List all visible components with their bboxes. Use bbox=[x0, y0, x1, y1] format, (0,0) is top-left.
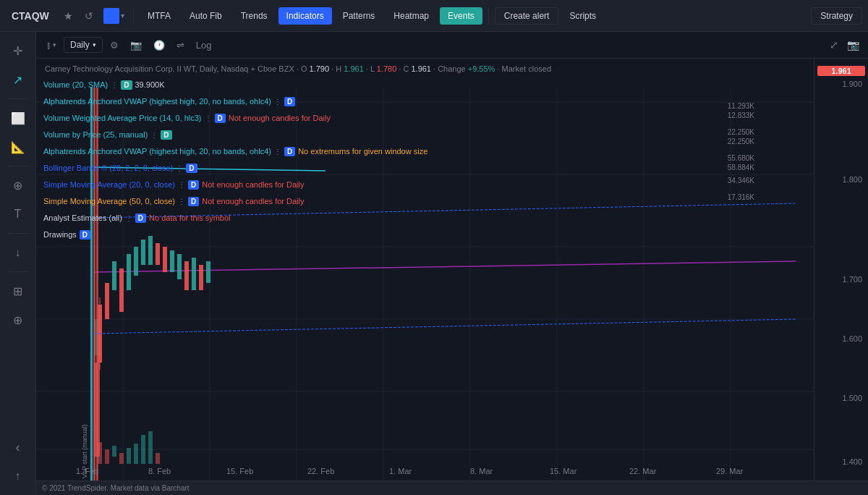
settings-tool[interactable]: ‹ bbox=[5, 434, 31, 460]
ind-menu-0[interactable]: ⋮ bbox=[111, 81, 118, 89]
last-price-label: 1.961 bbox=[817, 66, 865, 76]
indicator-row-5[interactable]: Bollinger Bands ® (20, 2, 2, 0, close) ⋮… bbox=[43, 161, 749, 175]
indicator-row-4[interactable]: Alphatrends Anchored VWAP (highest high,… bbox=[43, 144, 749, 158]
text-tool[interactable]: T bbox=[5, 201, 31, 227]
ind-label-7: Simple Moving Average (50, 0, close) bbox=[43, 197, 175, 206]
ind-menu-8[interactable]: ⋮ bbox=[125, 214, 132, 222]
mtfa-button[interactable]: MTFA bbox=[140, 7, 179, 25]
ind-label-6: Simple Moving Average (20, 0, close) bbox=[43, 180, 175, 189]
x-label-8: 29. Mar bbox=[716, 467, 743, 475]
chart-area: ⫿ ▾ Daily ▾ ⚙ 📷 🕐 ⇌ Log ⤢ 📷 CTAQW bbox=[36, 32, 868, 495]
heatmap-button[interactable]: Heatmap bbox=[386, 7, 437, 25]
measure-tool[interactable]: 📐 bbox=[5, 134, 31, 160]
compare-button[interactable]: ⇌ bbox=[172, 37, 189, 54]
rectangle-tool[interactable]: ⬜ bbox=[5, 105, 31, 131]
x-label-1: 8. Feb bbox=[148, 467, 171, 475]
ind-label-2: Volume Weighted Average Price (14, 0, hl… bbox=[43, 114, 202, 122]
plus-tool[interactable]: ⊕ bbox=[5, 307, 31, 333]
ind-badge-6: D bbox=[188, 180, 199, 190]
timeframe-selector[interactable]: Daily ▾ bbox=[64, 37, 103, 53]
svg-rect-40 bbox=[170, 250, 174, 272]
autofib-button[interactable]: Auto Fib bbox=[182, 7, 230, 25]
chevron-down-icon2: ▾ bbox=[53, 41, 56, 48]
ind-label-1: Alphatrends Anchored VWAP (highest high,… bbox=[43, 97, 271, 106]
main-layout: ✛ ↗ ⬜ 📐 ⊕ T ↓ ⊞ ⊕ ‹ ↑ ⫿ ▾ Daily ▾ ⚙ 📷 bbox=[0, 32, 868, 495]
sidebar-divider3 bbox=[7, 233, 29, 234]
indicator-row-0[interactable]: Volume (20, SMA) ⋮ D 39.900K bbox=[43, 77, 749, 92]
svg-rect-36 bbox=[141, 240, 145, 265]
arrow-tool[interactable]: ↗ bbox=[5, 67, 31, 93]
snapshot-button[interactable]: 📷 bbox=[126, 37, 146, 54]
bar-style-button[interactable]: ⫿ ▾ bbox=[42, 37, 61, 54]
sidebar-divider2 bbox=[7, 166, 29, 166]
ind-label-4: Alphatrends Anchored VWAP (highest high,… bbox=[43, 147, 271, 156]
ind-menu-2[interactable]: ⋮ bbox=[205, 114, 212, 122]
x-label-4: 1. Mar bbox=[389, 467, 412, 475]
bottom-bar: © 2021 TrendSpider. Market data via Barc… bbox=[36, 481, 868, 495]
indicator-row-3[interactable]: Volume by Price (25, manual) ⋮ D bbox=[43, 127, 749, 142]
svg-rect-26 bbox=[134, 247, 138, 276]
ind-menu-4[interactable]: ⋮ bbox=[274, 148, 281, 156]
indicators-button[interactable]: Indicators bbox=[278, 7, 332, 25]
expand-tool[interactable]: ↑ bbox=[5, 463, 31, 489]
fullscreen-button[interactable]: ⤢ bbox=[827, 36, 841, 54]
timeframe-label: Daily bbox=[70, 40, 90, 50]
svg-rect-41 bbox=[177, 254, 182, 279]
symbol-label: CTAQW bbox=[6, 10, 56, 22]
price-1600: 1.600 bbox=[842, 334, 862, 343]
camera-button[interactable]: 📷 bbox=[844, 36, 862, 54]
svg-rect-38 bbox=[156, 243, 160, 265]
ind-badge-3: D bbox=[161, 130, 171, 140]
ind-badge-7: D bbox=[188, 197, 199, 206]
strategy-button[interactable]: Strategy bbox=[811, 7, 862, 25]
create-alert-button[interactable]: Create alert bbox=[495, 7, 559, 25]
svg-rect-39 bbox=[163, 247, 167, 272]
price-1700: 1.700 bbox=[842, 275, 862, 284]
refresh-button[interactable]: ↺ bbox=[80, 7, 98, 25]
indicator-row-1[interactable]: Alphatrends Anchored VWAP (highest high,… bbox=[43, 94, 749, 109]
ind-menu-6[interactable]: ⋮ bbox=[178, 181, 185, 189]
ind-menu-3[interactable]: ⋮ bbox=[150, 131, 158, 139]
indicator-row-7[interactable]: Simple Moving Average (50, 0, close) ⋮ D… bbox=[43, 194, 749, 208]
svg-rect-24 bbox=[119, 268, 124, 312]
ind-menu-5[interactable]: ⋮ bbox=[176, 164, 183, 172]
ind-menu-1[interactable]: ⋮ bbox=[274, 98, 281, 106]
indicator-row-9[interactable]: Drawings D bbox=[43, 227, 749, 242]
ind-error-6: Not enough candles for Daily bbox=[202, 180, 304, 189]
left-sidebar: ✛ ↗ ⬜ 📐 ⊕ T ↓ ⊞ ⊕ ‹ ↑ bbox=[0, 32, 36, 495]
settings-button[interactable]: ⚙ bbox=[106, 37, 123, 54]
patterns-button[interactable]: Patterns bbox=[335, 7, 383, 25]
svg-rect-25 bbox=[127, 254, 131, 290]
ind-badge-2: D bbox=[215, 114, 226, 123]
chart-type-selector[interactable]: ▾ bbox=[101, 7, 127, 25]
log-label: Log bbox=[196, 40, 212, 51]
events-button[interactable]: Events bbox=[440, 7, 482, 25]
svg-rect-23 bbox=[112, 261, 116, 290]
color-swatch bbox=[103, 8, 119, 24]
ind-label-3: Volume by Price (25, manual) bbox=[43, 130, 148, 139]
arrow-down-tool[interactable]: ↓ bbox=[5, 240, 31, 266]
trends-button[interactable]: Trends bbox=[233, 7, 276, 25]
crosshair-tool[interactable]: ✛ bbox=[5, 38, 31, 64]
bar-style-icon: ⫿ bbox=[46, 40, 51, 51]
ind-menu-7[interactable]: ⋮ bbox=[178, 198, 185, 206]
log-button[interactable]: Log bbox=[192, 37, 216, 54]
favorite-button[interactable]: ★ bbox=[59, 7, 77, 25]
x-label-6: 15. Mar bbox=[550, 467, 576, 475]
svg-rect-42 bbox=[184, 261, 189, 290]
scripts-button[interactable]: Scripts bbox=[561, 7, 604, 25]
crosshair2-tool[interactable]: ⊕ bbox=[5, 172, 31, 198]
indicator-row-6[interactable]: Simple Moving Average (20, 0, close) ⋮ D… bbox=[43, 177, 749, 192]
price-1800: 1.800 bbox=[842, 175, 862, 184]
indicator-row-8[interactable]: Analyst Estimates (all) ⋮ D No data for … bbox=[43, 211, 749, 225]
x-label-3: 22. Feb bbox=[307, 467, 334, 475]
svg-rect-45 bbox=[206, 261, 210, 283]
clock-button[interactable]: 🕐 bbox=[149, 37, 169, 54]
divider bbox=[133, 7, 134, 25]
svg-rect-22 bbox=[105, 283, 109, 319]
grid-tool[interactable]: ⊞ bbox=[5, 278, 31, 304]
chart-canvas[interactable]: CTAQW Carney Technology Acquisition Corp… bbox=[36, 59, 814, 481]
x-label-2: 15. Feb bbox=[226, 467, 253, 475]
sidebar-divider1 bbox=[7, 98, 29, 99]
indicator-row-2[interactable]: Volume Weighted Average Price (14, 0, hl… bbox=[43, 111, 749, 125]
